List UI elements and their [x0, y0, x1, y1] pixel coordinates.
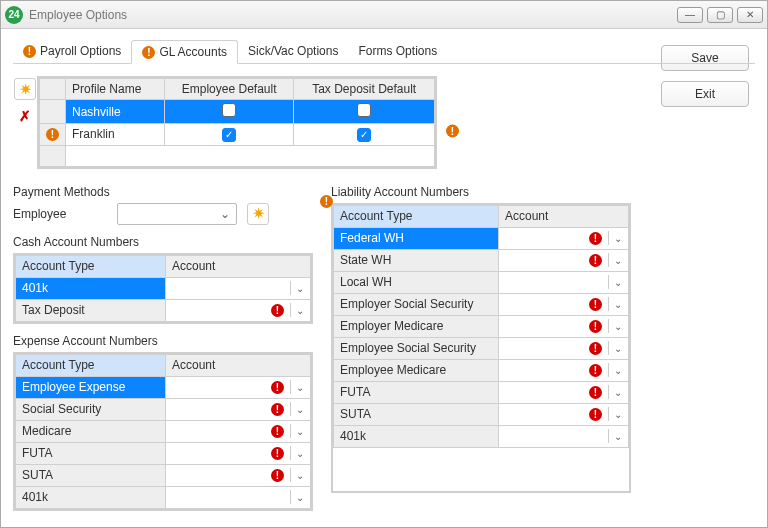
- account-cell[interactable]: ⌄: [166, 486, 311, 508]
- table-row[interactable]: Employee Expense!⌄: [16, 376, 311, 398]
- account-cell[interactable]: ⌄: [499, 425, 629, 447]
- account-type-cell[interactable]: Employee Expense: [16, 376, 166, 398]
- table-row[interactable]: 401k⌄: [334, 425, 629, 447]
- table-row[interactable]: SUTA!⌄: [334, 403, 629, 425]
- account-type-cell[interactable]: Employer Social Security: [334, 293, 499, 315]
- col-account-type[interactable]: Account Type: [16, 255, 166, 277]
- checkbox[interactable]: [357, 103, 371, 117]
- chevron-down-icon[interactable]: ⌄: [608, 297, 622, 311]
- table-row[interactable]: 401k⌄: [16, 277, 311, 299]
- account-cell[interactable]: !⌄: [499, 293, 629, 315]
- table-row[interactable]: Employer Social Security!⌄: [334, 293, 629, 315]
- checkbox[interactable]: ✓: [357, 128, 371, 142]
- table-row[interactable]: Local WH⌄: [334, 271, 629, 293]
- account-type-cell[interactable]: Local WH: [334, 271, 499, 293]
- table-row[interactable]: State WH!⌄: [334, 249, 629, 271]
- chevron-down-icon[interactable]: ⌄: [290, 468, 304, 482]
- chevron-down-icon[interactable]: ⌄: [290, 380, 304, 394]
- employee-select[interactable]: [117, 203, 237, 225]
- chevron-down-icon[interactable]: ⌄: [290, 446, 304, 460]
- account-type-cell[interactable]: Tax Deposit: [16, 299, 166, 321]
- account-cell[interactable]: ⌄: [499, 271, 629, 293]
- chevron-down-icon[interactable]: ⌄: [608, 231, 622, 245]
- col-account[interactable]: Account: [499, 205, 629, 227]
- account-type-cell[interactable]: Employee Medicare: [334, 359, 499, 381]
- account-cell[interactable]: !⌄: [166, 398, 311, 420]
- chevron-down-icon[interactable]: ⌄: [608, 407, 622, 421]
- account-cell[interactable]: ⌄: [166, 277, 311, 299]
- profile-name-cell[interactable]: Franklin: [66, 124, 165, 146]
- table-row[interactable]: FUTA!⌄: [334, 381, 629, 403]
- chevron-down-icon[interactable]: ⌄: [608, 253, 622, 267]
- account-type-cell[interactable]: SUTA: [16, 464, 166, 486]
- add-profile-button[interactable]: ✷: [14, 78, 36, 100]
- minimize-button[interactable]: —: [677, 7, 703, 23]
- tab-gl-accounts[interactable]: ! GL Accounts: [131, 40, 238, 64]
- account-type-cell[interactable]: 401k: [16, 486, 166, 508]
- account-type-cell[interactable]: Federal WH: [334, 227, 499, 249]
- account-cell[interactable]: !⌄: [499, 315, 629, 337]
- chevron-down-icon[interactable]: ⌄: [290, 303, 304, 317]
- account-type-cell[interactable]: 401k: [334, 425, 499, 447]
- employee-default-cell[interactable]: [164, 100, 293, 124]
- account-type-cell[interactable]: Employer Medicare: [334, 315, 499, 337]
- table-row[interactable]: SUTA!⌄: [16, 464, 311, 486]
- chevron-down-icon[interactable]: ⌄: [608, 319, 622, 333]
- checkbox[interactable]: [222, 103, 236, 117]
- tax-default-cell[interactable]: ✓: [294, 124, 435, 146]
- account-cell[interactable]: !⌄: [499, 381, 629, 403]
- col-account-type[interactable]: Account Type: [16, 354, 166, 376]
- chevron-down-icon[interactable]: ⌄: [608, 429, 622, 443]
- col-tax-default[interactable]: Tax Deposit Default: [294, 79, 435, 100]
- chevron-down-icon[interactable]: ⌄: [290, 281, 304, 295]
- chevron-down-icon[interactable]: ⌄: [290, 402, 304, 416]
- add-employee-payment-button[interactable]: ✷: [247, 203, 269, 225]
- account-cell[interactable]: !⌄: [166, 464, 311, 486]
- profile-name-cell[interactable]: Nashville: [66, 100, 165, 124]
- tax-default-cell[interactable]: [294, 100, 435, 124]
- account-cell[interactable]: !⌄: [166, 299, 311, 321]
- table-row[interactable]: Federal WH!⌄: [334, 227, 629, 249]
- col-account[interactable]: Account: [166, 255, 311, 277]
- account-type-cell[interactable]: Employee Social Security: [334, 337, 499, 359]
- account-cell[interactable]: !⌄: [499, 403, 629, 425]
- chevron-down-icon[interactable]: ⌄: [608, 385, 622, 399]
- account-type-cell[interactable]: State WH: [334, 249, 499, 271]
- table-row[interactable]: 401k⌄: [16, 486, 311, 508]
- table-row[interactable]: Employee Social Security!⌄: [334, 337, 629, 359]
- table-row[interactable]: Employee Medicare!⌄: [334, 359, 629, 381]
- tab-forms-options[interactable]: Forms Options: [348, 39, 447, 63]
- chevron-down-icon[interactable]: ⌄: [608, 275, 622, 289]
- account-type-cell[interactable]: FUTA: [16, 442, 166, 464]
- chevron-down-icon[interactable]: ⌄: [608, 363, 622, 377]
- chevron-down-icon[interactable]: ⌄: [290, 424, 304, 438]
- account-cell[interactable]: !⌄: [166, 376, 311, 398]
- table-row[interactable]: Medicare!⌄: [16, 420, 311, 442]
- account-cell[interactable]: !⌄: [499, 227, 629, 249]
- account-type-cell[interactable]: FUTA: [334, 381, 499, 403]
- delete-profile-button[interactable]: ✗: [17, 108, 33, 124]
- account-type-cell[interactable]: Medicare: [16, 420, 166, 442]
- col-employee-default[interactable]: Employee Default: [164, 79, 293, 100]
- col-profile-name[interactable]: Profile Name: [66, 79, 165, 100]
- account-cell[interactable]: !⌄: [166, 442, 311, 464]
- table-row[interactable]: !Franklin✓✓: [40, 124, 435, 146]
- table-row[interactable]: FUTA!⌄: [16, 442, 311, 464]
- account-cell[interactable]: !⌄: [166, 420, 311, 442]
- chevron-down-icon[interactable]: ⌄: [608, 341, 622, 355]
- tab-payroll-options[interactable]: ! Payroll Options: [13, 39, 131, 63]
- account-type-cell[interactable]: SUTA: [334, 403, 499, 425]
- col-account-type[interactable]: Account Type: [334, 205, 499, 227]
- col-account[interactable]: Account: [166, 354, 311, 376]
- checkbox[interactable]: ✓: [222, 128, 236, 142]
- maximize-button[interactable]: ▢: [707, 7, 733, 23]
- account-cell[interactable]: !⌄: [499, 337, 629, 359]
- table-row[interactable]: Nashville: [40, 100, 435, 124]
- account-cell[interactable]: !⌄: [499, 359, 629, 381]
- chevron-down-icon[interactable]: ⌄: [290, 490, 304, 504]
- tab-sickvac-options[interactable]: Sick/Vac Options: [238, 39, 348, 63]
- account-type-cell[interactable]: Social Security: [16, 398, 166, 420]
- close-button[interactable]: ✕: [737, 7, 763, 23]
- table-row[interactable]: Employer Medicare!⌄: [334, 315, 629, 337]
- table-row[interactable]: Social Security!⌄: [16, 398, 311, 420]
